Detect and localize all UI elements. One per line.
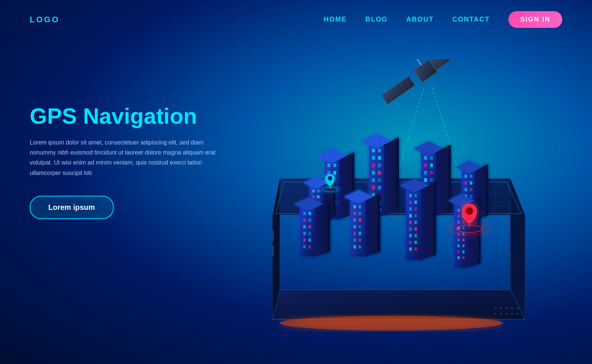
svg-rect-155: [353, 232, 356, 235]
svg-rect-72: [372, 178, 375, 182]
svg-rect-135: [308, 218, 311, 222]
logo[interactable]: LOGO: [30, 15, 60, 25]
svg-rect-122: [317, 195, 320, 198]
hero-illustration: [250, 22, 592, 342]
svg-rect-86: [430, 156, 433, 160]
svg-rect-164: [409, 194, 412, 197]
svg-rect-87: [424, 163, 427, 167]
svg-rect-50: [333, 171, 336, 175]
svg-rect-173: [414, 221, 417, 224]
svg-rect-71: [378, 171, 381, 175]
nav-contact[interactable]: CONTACT: [452, 16, 490, 23]
scene-svg: [243, 59, 577, 357]
svg-rect-142: [303, 245, 306, 248]
svg-rect-141: [308, 238, 311, 242]
svg-point-33: [494, 307, 496, 309]
svg-rect-121: [312, 195, 315, 198]
svg-rect-148: [359, 205, 361, 208]
svg-rect-134: [303, 218, 306, 222]
svg-rect-68: [372, 163, 375, 167]
nav-blog[interactable]: BLOG: [365, 16, 388, 23]
svg-rect-32: [272, 245, 274, 256]
svg-point-41: [511, 313, 513, 315]
svg-point-39: [500, 313, 502, 315]
svg-marker-19: [272, 290, 525, 319]
svg-rect-196: [462, 238, 465, 241]
hero-title: GPS Navigation: [30, 104, 216, 129]
hero-description: Lorem ipsum dolor sit amet, consectetuer…: [30, 137, 216, 178]
svg-rect-200: [462, 250, 465, 253]
svg-rect-199: [457, 250, 460, 253]
svg-rect-47: [327, 163, 330, 167]
svg-rect-70: [372, 171, 375, 175]
svg-rect-31: [272, 230, 274, 241]
svg-rect-139: [308, 232, 311, 235]
svg-rect-67: [378, 156, 381, 160]
svg-rect-197: [457, 244, 460, 247]
svg-marker-63: [384, 137, 399, 215]
svg-rect-149: [353, 212, 356, 215]
svg-rect-109: [470, 188, 472, 191]
svg-rect-147: [353, 205, 356, 208]
svg-rect-85: [424, 156, 427, 160]
svg-rect-9: [430, 59, 464, 70]
svg-rect-175: [414, 227, 417, 231]
svg-point-37: [517, 307, 519, 309]
svg-point-36: [511, 307, 513, 309]
svg-rect-143: [308, 245, 311, 248]
svg-rect-171: [414, 214, 417, 217]
svg-rect-132: [303, 212, 306, 215]
svg-point-43: [280, 316, 503, 331]
svg-marker-131: [315, 201, 330, 256]
svg-marker-84: [436, 145, 451, 215]
svg-rect-74: [372, 186, 375, 189]
svg-point-38: [494, 313, 496, 315]
svg-rect-119: [312, 189, 315, 192]
svg-point-203: [328, 176, 332, 181]
hero-section: GPS Navigation Lorem ipsum dolor sit ame…: [30, 104, 216, 219]
signin-button[interactable]: SIGN IN: [508, 11, 562, 28]
svg-rect-201: [457, 256, 460, 259]
svg-rect-172: [409, 221, 412, 224]
svg-marker-144: [350, 201, 365, 256]
svg-line-15: [417, 59, 421, 65]
svg-rect-179: [414, 241, 417, 244]
svg-rect-92: [430, 178, 433, 182]
svg-rect-106: [465, 181, 467, 185]
svg-rect-104: [465, 175, 467, 178]
cta-button[interactable]: Lorem ipsum: [30, 196, 114, 219]
svg-rect-167: [414, 201, 417, 204]
svg-rect-137: [308, 225, 311, 228]
svg-rect-140: [303, 238, 306, 242]
svg-rect-154: [359, 225, 361, 228]
svg-rect-194: [462, 233, 465, 235]
nav-about[interactable]: ABOUT: [406, 16, 434, 23]
svg-rect-105: [470, 175, 472, 178]
nav-links: HOME BLOG ABOUT CONTACT SIGN IN: [324, 11, 562, 28]
nav-home[interactable]: HOME: [324, 16, 347, 23]
svg-rect-91: [424, 178, 427, 182]
svg-rect-133: [308, 212, 311, 215]
svg-rect-170: [409, 214, 412, 217]
svg-point-35: [505, 307, 508, 309]
svg-rect-66: [372, 156, 375, 160]
svg-rect-75: [378, 186, 381, 189]
svg-rect-107: [470, 181, 472, 185]
svg-rect-89: [424, 171, 427, 175]
svg-rect-198: [462, 244, 465, 247]
svg-point-34: [500, 307, 502, 309]
svg-rect-151: [353, 218, 356, 222]
svg-rect-180: [409, 247, 412, 251]
svg-rect-192: [462, 227, 465, 230]
svg-rect-185: [457, 209, 460, 212]
svg-rect-49: [327, 171, 330, 175]
svg-rect-176: [409, 234, 412, 237]
svg-rect-168: [409, 207, 412, 211]
svg-rect-111: [470, 195, 472, 198]
svg-rect-174: [409, 227, 412, 231]
svg-rect-156: [359, 232, 361, 235]
svg-rect-178: [409, 241, 412, 244]
svg-marker-163: [421, 182, 436, 260]
svg-rect-88: [430, 163, 433, 167]
svg-rect-69: [378, 163, 381, 167]
